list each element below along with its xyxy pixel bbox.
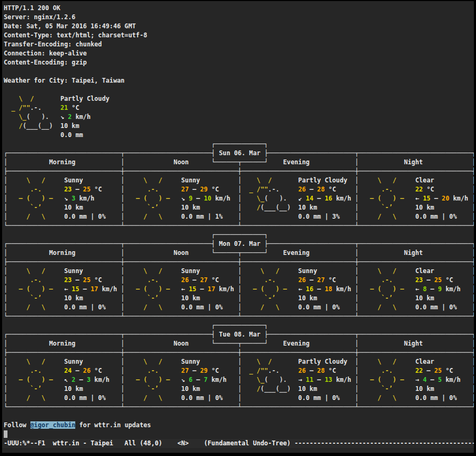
terminal-line: │ \ / Sunny │ \ / Sunny │ \ / Sunny │ \ … <box>4 267 474 276</box>
text-run: │ <box>355 294 359 302</box>
text-run <box>317 204 355 211</box>
terminal-line: ┌──────────────────────────────┬────────… <box>4 330 474 339</box>
http-header-line: Connection: keep-alive <box>4 50 87 57</box>
text-run: km/h <box>332 195 351 202</box>
terminal-line: Date: Sat, 05 Mar 2016 16:49:46 GMT <box>4 22 474 31</box>
text-run: °C <box>324 276 336 284</box>
text-run: – <box>306 186 317 193</box>
text-run: – ( ) – <box>129 195 178 202</box>
text-run: .-. <box>129 186 178 193</box>
text-run: └──────────────────────────────┴────────… <box>4 222 474 229</box>
terminal-line: │ `-’ 10 km │ `-’ 10 km │ /(___(__) 10 k… <box>4 385 474 394</box>
text-run: │ <box>238 285 242 293</box>
text-run <box>245 213 295 220</box>
text-run <box>434 186 472 193</box>
text-run <box>177 303 181 311</box>
text-run <box>453 276 472 284</box>
text-run: °C <box>442 367 453 374</box>
text-run: 10 km <box>298 385 317 393</box>
text-run: °C <box>442 276 453 284</box>
terminal-line: \ / Partly Cloudy <box>4 94 474 103</box>
text-run <box>317 267 355 275</box>
text-run: │ <box>238 177 242 184</box>
text-run: – ( ) – <box>362 195 411 202</box>
text-run: 21 <box>60 104 68 111</box>
text-run: └──────┬──────┘ <box>211 340 268 347</box>
http-header-line: Date: Sat, 05 Mar 2016 16:49:46 GMT <box>4 22 136 30</box>
text-run: 16 <box>306 285 313 293</box>
text-run: _ /"" <box>7 104 30 111</box>
terminal-line: ├──────────────────────────────┼────────… <box>4 348 474 357</box>
text-run: Sunny <box>298 267 317 275</box>
text-run: `-’ <box>128 204 177 211</box>
text-run: \ / <box>245 177 295 184</box>
text-run: │ <box>472 267 474 275</box>
text-run: │ <box>238 276 242 284</box>
text-run: ↘ <box>60 113 68 121</box>
terminal-line <box>4 67 474 76</box>
text-run: / \ <box>245 303 295 311</box>
text-run: │ <box>238 358 242 365</box>
text-run: km/h <box>332 376 351 383</box>
text-run: 10 km <box>415 204 434 211</box>
text-run: °C <box>91 367 102 374</box>
current-conditions: \ / Partly Cloudy _ /"".-. 21 °C \_( ). … <box>4 94 474 140</box>
terminal-line: ┌─────────────┐ <box>4 321 474 330</box>
terminal-line: │ \ / Sunny │ \ / Sunny │ \ / Partly Clo… <box>4 357 474 366</box>
text-run <box>434 267 472 275</box>
terminal-line <box>4 412 474 421</box>
text-run: │ <box>472 358 474 365</box>
text-run: 10 km <box>64 294 83 302</box>
text-run: │ <box>472 285 474 293</box>
text-run: – ( ) – <box>11 195 60 202</box>
text-run <box>295 177 298 184</box>
http-header-line: Content-Type: text/html; charset=utf-8 <box>4 31 147 39</box>
text-run: 10 km <box>181 204 200 211</box>
text-run: │ <box>472 195 474 202</box>
text-run: 27 <box>317 276 324 284</box>
text-run: 10 km <box>415 385 434 393</box>
text-run: ┌─────────────┐ <box>4 231 268 238</box>
text-run: │ <box>355 340 359 347</box>
column-header: Noon <box>124 158 211 166</box>
text-run: 26 <box>298 367 306 374</box>
text-run: `-’ <box>245 294 295 302</box>
text-run <box>177 376 181 383</box>
terminal-line: │ Morning │ Noon └──────┬──────┘ Evening… <box>4 158 474 167</box>
text-run <box>177 177 181 184</box>
terminal-line: 0.0 mm <box>4 131 474 140</box>
text-run <box>242 285 245 293</box>
text-run: └──────────────────────────────┴────────… <box>4 313 474 320</box>
text-run: 25 <box>83 186 91 193</box>
text-run <box>242 358 245 365</box>
terminal-line: │ \ / Sunny │ \ / Sunny │ \ / Partly Clo… <box>4 176 474 185</box>
text-run: \ / <box>245 267 295 275</box>
text-run: ← <box>64 285 72 293</box>
text-run <box>83 267 121 275</box>
text-run <box>351 195 355 202</box>
text-run: │ <box>238 204 242 211</box>
text-run <box>245 394 295 402</box>
text-run <box>461 285 472 293</box>
text-run <box>200 177 238 184</box>
terminal-line: └──────────────────────────────┴────────… <box>4 221 474 230</box>
terminal-window: HTTP/1.1 200 OKServer: nginx/1.2.6Date: … <box>0 0 476 456</box>
emacs-modeline: -UUU:%*--F1 wttr.in - Taipei All (48,0) … <box>2 439 474 448</box>
text-run <box>177 394 181 402</box>
text-run: │ <box>472 367 474 374</box>
text-run <box>177 213 181 220</box>
text-run <box>177 358 181 365</box>
text-run: 14 <box>306 195 313 202</box>
text-run: _ /"" <box>245 186 268 193</box>
text-run: `-’ <box>128 385 177 393</box>
twitter-handle-link[interactable]: @igor_chubin <box>30 421 76 429</box>
text-run: │ <box>238 186 242 193</box>
text-run <box>200 385 238 393</box>
text-run: ← <box>181 285 189 293</box>
text-run <box>242 385 245 393</box>
terminal-line: ┌──────────────────────────────┬────────… <box>4 239 474 249</box>
text-run: – <box>189 276 200 284</box>
text-run <box>457 303 472 311</box>
text-run: │ <box>355 249 359 257</box>
text-run: ┌──────────────────────────────┬────────… <box>4 149 215 157</box>
